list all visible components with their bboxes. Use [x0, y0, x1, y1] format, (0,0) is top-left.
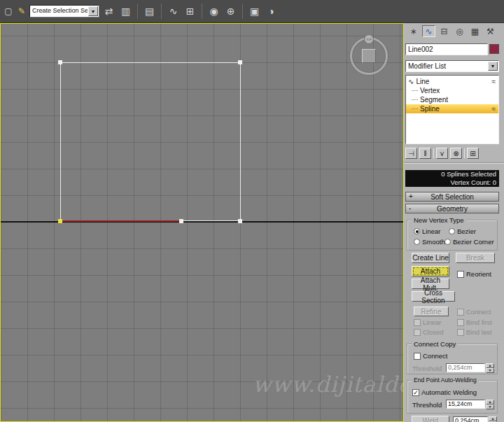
- spinner-down-icon[interactable]: ▼: [486, 368, 494, 373]
- show-end-result-icon[interactable]: ‖: [419, 148, 431, 159]
- sub-object-wave-icon: ≈: [492, 78, 496, 85]
- connect-threshold-field[interactable]: 0,254cm: [446, 363, 485, 372]
- modifier-list-value: Modifier List: [408, 62, 446, 70]
- checkbox-label: Reorient: [466, 270, 491, 278]
- threshold-label: Threshold: [412, 401, 442, 409]
- layer-manager-icon[interactable]: ▤: [142, 3, 157, 19]
- vertex-top-right[interactable]: [238, 60, 242, 64]
- spinner-down-icon[interactable]: ▼: [486, 405, 494, 409]
- radio-label: Bezier Corner: [453, 238, 494, 246]
- object-color-swatch[interactable]: [489, 44, 499, 54]
- stack-row-segment[interactable]: Segment: [406, 95, 498, 104]
- bind-first-checkbox[interactable]: Bind first: [457, 318, 492, 326]
- spinner-up-icon[interactable]: ▲: [486, 363, 494, 368]
- mirror-icon[interactable]: ⇄: [102, 3, 116, 19]
- dropdown-arrow-icon[interactable]: ▼: [88, 6, 98, 16]
- render-production-icon[interactable]: ◑: [264, 3, 279, 19]
- compass-center-handle[interactable]: [362, 49, 376, 63]
- edit-named-selections-icon[interactable]: ✎: [16, 3, 27, 19]
- connect-checkbox[interactable]: Connect: [457, 308, 491, 316]
- stack-row-vertex[interactable]: Vertex: [406, 86, 498, 95]
- refine-button[interactable]: Refine: [414, 307, 449, 316]
- linear-checkbox[interactable]: Linear: [414, 318, 441, 326]
- checkbox-icon: [414, 319, 421, 326]
- stack-row-line[interactable]: ∿ Line ≈: [406, 77, 498, 86]
- stack-toolbar: ⊣ ‖ ⋎ ⊗ ⊞: [405, 147, 499, 160]
- radio-dot-icon: [444, 239, 451, 245]
- toolbar-separator: [161, 3, 162, 19]
- radio-linear[interactable]: Linear: [414, 227, 440, 235]
- panel-divider: [404, 162, 504, 164]
- vertex-top-left[interactable]: [58, 60, 62, 64]
- stack-row-label: Vertex: [420, 87, 440, 94]
- compass-north-knob[interactable]: TOP: [364, 34, 374, 44]
- sub-object-wave-icon: ≈: [492, 105, 496, 113]
- closed-checkbox[interactable]: Closed: [414, 328, 444, 336]
- command-panel-tabs: ∗ ∿ ⊟ ◎ ▦ ⚒: [407, 25, 497, 37]
- spinner-up-icon[interactable]: ▲: [486, 400, 494, 405]
- object-name-field[interactable]: Line002: [405, 43, 488, 55]
- watermark-text: www.dijitalde: [253, 372, 404, 397]
- manage-selection-sets-icon[interactable]: ▢: [3, 3, 14, 19]
- radio-bezier[interactable]: Bezier: [449, 227, 476, 235]
- tab-modify-icon[interactable]: ∿: [422, 25, 435, 37]
- named-selection-sets-dropdown[interactable]: Create Selection Se ▼: [29, 5, 99, 17]
- checkbox-label: Connect: [466, 308, 491, 316]
- automatic-welding-checkbox[interactable]: ✓ Automatic Welding: [412, 388, 477, 396]
- tab-create-icon[interactable]: ∗: [407, 25, 420, 37]
- weld-threshold-field[interactable]: 15,24cm: [446, 400, 485, 409]
- checkbox-icon: [457, 329, 464, 336]
- create-line-button[interactable]: Create Line: [412, 253, 449, 263]
- stack-row-spline-selected[interactable]: Spline ≈: [406, 104, 498, 113]
- checkbox-icon: [414, 353, 421, 360]
- rollout-soft-selection[interactable]: + Soft Selection: [405, 192, 499, 202]
- vertex-bottom-middle[interactable]: [179, 219, 183, 223]
- modifier-stack: ∿ Line ≈ Vertex Segment Spline ≈: [405, 75, 499, 144]
- align-icon[interactable]: ▥: [118, 3, 133, 19]
- tab-display-icon[interactable]: ▦: [468, 25, 482, 37]
- radio-bezier-corner[interactable]: Bezier Corner: [444, 238, 494, 246]
- tab-motion-icon[interactable]: ◎: [453, 25, 466, 37]
- configure-modifier-sets-icon[interactable]: ⊞: [467, 148, 479, 159]
- tree-line: [412, 90, 418, 91]
- vertex-first-yellow[interactable]: [58, 219, 62, 223]
- checkbox-label: Linear: [423, 318, 441, 326]
- spline-rectangle[interactable]: [60, 62, 241, 221]
- weld-value-spinner[interactable]: ▲ ▼: [489, 416, 497, 422]
- top-viewport[interactable]: TOP www.dijitalde: [0, 23, 404, 422]
- group-title: New Vertex Type: [412, 216, 466, 224]
- tab-utilities-icon[interactable]: ⚒: [484, 25, 497, 37]
- connect-copy-checkbox[interactable]: Connect: [414, 352, 447, 360]
- make-unique-icon[interactable]: ⋎: [436, 148, 448, 159]
- radio-smooth[interactable]: Smooth: [414, 238, 445, 246]
- stack-row-label: Line: [416, 78, 429, 85]
- connect-threshold-spinner[interactable]: ▲ ▼: [486, 363, 494, 372]
- modifier-list-dropdown[interactable]: Modifier List ▼: [405, 60, 499, 72]
- schematic-view-icon[interactable]: ⊞: [183, 3, 197, 19]
- rendered-frame-window-icon[interactable]: ▣: [247, 3, 262, 19]
- spinner-up-icon[interactable]: ▲: [489, 416, 497, 421]
- render-setup-icon[interactable]: ⊕: [223, 3, 238, 19]
- dropdown-arrow-icon[interactable]: ▼: [488, 62, 498, 71]
- curve-editor-icon[interactable]: ∿: [166, 3, 181, 19]
- bind-last-checkbox[interactable]: Bind last: [457, 328, 491, 336]
- view-compass[interactable]: TOP: [350, 37, 388, 75]
- cross-section-button[interactable]: Cross Section: [412, 291, 455, 302]
- tab-hierarchy-icon[interactable]: ⊟: [438, 25, 451, 37]
- checkbox-label: Bind last: [466, 328, 491, 336]
- reorient-checkbox[interactable]: Reorient: [457, 270, 491, 278]
- attach-button[interactable]: Attach: [412, 266, 449, 276]
- attach-mult-button[interactable]: Attach Mult.: [412, 279, 449, 289]
- weld-button[interactable]: Weld: [412, 416, 449, 422]
- checkbox-icon: [457, 309, 464, 316]
- remove-modifier-icon[interactable]: ⊗: [450, 148, 462, 159]
- rollout-geometry[interactable]: - Geometry: [405, 204, 499, 213]
- break-button[interactable]: Break: [456, 253, 495, 263]
- pin-stack-icon[interactable]: ⊣: [405, 148, 417, 159]
- vertex-bottom-right[interactable]: [238, 219, 242, 223]
- checkbox-label: Closed: [423, 328, 444, 336]
- weld-value-field[interactable]: 0,254cm: [453, 416, 488, 422]
- material-editor-icon[interactable]: ◉: [206, 3, 221, 19]
- weld-threshold-spinner[interactable]: ▲ ▼: [486, 400, 494, 409]
- toolbar-separator: [464, 148, 465, 158]
